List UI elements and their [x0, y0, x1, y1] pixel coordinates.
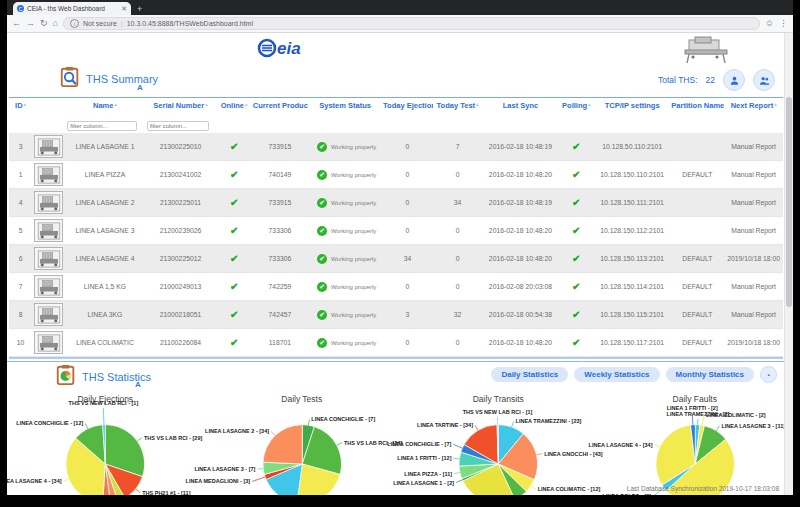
ths-row[interactable]: 4LINEA LASAGNE 221300225011✔733915✔Worki…: [9, 189, 783, 217]
status-ok-icon: ✔: [317, 310, 327, 320]
col-today-test[interactable]: Today Test▴: [433, 98, 482, 114]
not-secure-label: Not secure: [83, 20, 117, 27]
cell-today-ejection: 3: [382, 301, 433, 329]
ths-row[interactable]: 7LINEA 1,5 KG21000249013✔742259✔Working …: [9, 273, 783, 301]
page-scrollbar[interactable]: [784, 33, 793, 495]
cell-polling: ✔: [559, 189, 594, 217]
scrollbar-thumb[interactable]: [786, 97, 792, 307]
status-label: Working properly: [331, 284, 376, 290]
cell-next-report: 2019/10/18 18:00: [724, 329, 783, 357]
home-icon[interactable]: ⌂: [53, 19, 58, 28]
cell-today-ejection: 0: [382, 273, 433, 301]
col-online[interactable]: Online▴: [216, 98, 251, 114]
monthly-statistics-button[interactable]: Monthly Statistics: [666, 367, 754, 382]
col-name[interactable]: Name▴: [65, 98, 144, 114]
polling-check-icon: ✔: [572, 225, 580, 236]
ths-row[interactable]: 3LINEA LASAGNE 121300225010✔733915✔Worki…: [9, 133, 783, 161]
cell-today-ejection: 0: [382, 189, 433, 217]
cell-name: LINEA LASAGNE 1: [65, 133, 144, 161]
cell-online: ✔: [216, 217, 251, 245]
col-next-report[interactable]: Next Report▴: [724, 98, 783, 114]
cell-today-test: 32: [433, 301, 482, 329]
site-info-icon[interactable]: i: [70, 19, 79, 28]
summary-sort-indicator[interactable]: A: [137, 83, 143, 92]
sort-caret-icon[interactable]: ▴: [476, 101, 479, 107]
cell-id: 10: [9, 329, 32, 357]
reload-icon[interactable]: ↻: [40, 19, 48, 28]
col-serial-number[interactable]: Serial Number▴: [145, 98, 217, 114]
polling-check-icon: ✔: [572, 337, 580, 348]
col-current-product[interactable]: Current Product▴: [252, 98, 308, 114]
cell-last-sync: 2016-02-18 10:48:19: [482, 189, 558, 217]
ths-row[interactable]: 5LINEA LASAGNE 321200239026✔733306✔Worki…: [9, 217, 783, 245]
cell-current-product: 742457: [252, 301, 308, 329]
label-leader-line: [454, 472, 460, 473]
header-action-button-1[interactable]: [723, 69, 745, 91]
cell-photo: [32, 217, 65, 245]
ths-row[interactable]: 1LINEA PIZZA21300241002✔740149✔Working p…: [9, 161, 783, 189]
online-check-icon: ✔: [230, 141, 238, 152]
machine-photo: [34, 303, 63, 326]
daily-statistics-button[interactable]: Daily Statistics: [491, 367, 568, 382]
status-label: Working properly: [331, 200, 376, 206]
cell-polling: ✔: [559, 245, 594, 273]
col-partition-name[interactable]: Partition Name▴: [670, 98, 724, 114]
sort-caret-icon[interactable]: ▴: [114, 101, 117, 107]
cell-last-sync: 2016-02-08 20:03:08: [482, 273, 558, 301]
cell-polling: ✔: [559, 329, 594, 357]
name-filter-input[interactable]: [67, 121, 136, 131]
pie-label: LINEA COLIMATIC - [2]: [706, 412, 766, 418]
cell-system-status: ✔Working properly: [308, 273, 382, 301]
cell-photo: [32, 273, 65, 301]
label-leader-line: [271, 431, 275, 435]
address-bar[interactable]: i Not secure | 10.3.0.45:8888/THSWebDash…: [63, 17, 760, 30]
sort-caret-icon[interactable]: ▴: [24, 101, 27, 107]
browser-window: C CEIA - ths Web Dashboard ✕ + ← → ↻ ⌂ i…: [7, 0, 793, 495]
cell-current-product: 733306: [252, 245, 308, 273]
label-leader-line: [536, 454, 542, 455]
cell-name: LINEA LASAGNE 3: [65, 217, 144, 245]
tab-close-icon[interactable]: ✕: [121, 5, 127, 12]
cell-current-product: 733306: [252, 217, 308, 245]
cell-last-sync: 2016-02-18 10:48:20: [482, 329, 558, 357]
pie-label: LINEA LASAGNE 4 - [34]: [7, 478, 62, 484]
sort-caret-icon[interactable]: ▴: [774, 101, 777, 107]
sort-caret-icon[interactable]: ▴: [588, 101, 591, 107]
cell-today-ejection: 0: [382, 329, 433, 357]
forward-icon[interactable]: →: [26, 19, 35, 28]
label-leader-line: [453, 444, 462, 448]
col-id[interactable]: ID▴: [9, 98, 32, 114]
cell-today-test: 34: [433, 189, 482, 217]
ths-row[interactable]: 10LINEA COLIMATIC21100226084✔118701✔Work…: [9, 329, 783, 357]
label-leader-line: [336, 443, 341, 446]
header-action-button-2[interactable]: [753, 69, 775, 91]
ths-row[interactable]: 8LINEA 3KG21000218051✔742457✔Working pro…: [9, 301, 783, 329]
col-tcp-ip-settings[interactable]: TCP/IP settings: [594, 98, 670, 114]
col-last-sync[interactable]: Last Sync: [482, 98, 558, 114]
cell-next-report: Manual Report: [724, 161, 783, 189]
col-today-ejection[interactable]: Today Ejection▴: [382, 98, 433, 114]
statistics-sort-indicator[interactable]: A: [135, 380, 141, 389]
cell-current-product: 740149: [252, 161, 308, 189]
cell-id: 5: [9, 217, 32, 245]
col-system-status[interactable]: System Status: [308, 98, 382, 114]
status-ok-icon: ✔: [317, 338, 327, 348]
cell-id: 4: [9, 189, 32, 217]
ths-row[interactable]: 6LINEA LASAGNE 421300225012✔733306✔Worki…: [9, 245, 783, 273]
pie-label: LINEA POLPO - [3]: [602, 493, 651, 495]
cell-today-ejection: 34: [382, 245, 433, 273]
profile-icon[interactable]: ☺: [765, 19, 774, 28]
menu-dots-icon[interactable]: ⋮: [779, 19, 788, 28]
status-label: Working properly: [331, 172, 376, 178]
sort-caret-icon[interactable]: ▴: [205, 101, 208, 107]
serial-filter-input[interactable]: [147, 121, 209, 131]
browser-tab[interactable]: C CEIA - ths Web Dashboard ✕: [13, 2, 131, 15]
new-tab-button[interactable]: +: [137, 3, 142, 15]
sort-caret-icon[interactable]: ▴: [245, 101, 248, 107]
back-icon[interactable]: ←: [12, 19, 21, 28]
weekly-statistics-button[interactable]: Weekly Statistics: [574, 367, 659, 382]
col-polling[interactable]: Polling▴: [559, 98, 594, 114]
chart-settings-button[interactable]: ▪: [760, 366, 777, 383]
label-leader-line: [136, 489, 141, 493]
ths-summary-table: ID▴Name▴Serial Number▴Online▴Current Pro…: [9, 97, 783, 359]
